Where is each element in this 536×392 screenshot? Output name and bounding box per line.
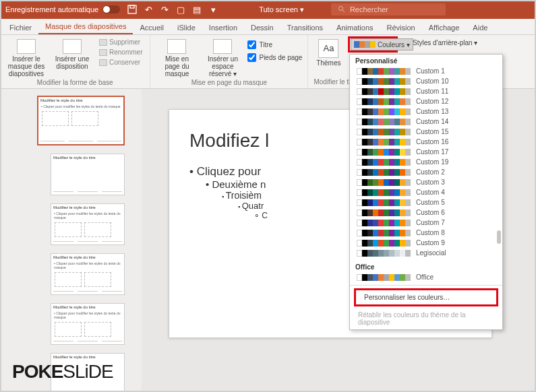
color-theme-label: Custom 6 (416, 209, 445, 216)
reset-theme-colors-button: Rétablir les couleurs du thème de la dia… (350, 308, 502, 329)
color-theme-custom-13[interactable]: Custom 13 (350, 106, 502, 117)
color-theme-custom-7[interactable]: Custom 7 (350, 218, 502, 228)
svg-line-3 (343, 10, 345, 12)
colors-dropdown-button[interactable]: Couleurs ▾ (351, 38, 413, 51)
search-box[interactable]: Rechercher (331, 3, 446, 15)
delete-label: Supprimer (109, 38, 140, 46)
rename-icon (99, 49, 107, 56)
color-theme-custom-17[interactable]: Custom 17 (350, 147, 502, 157)
color-theme-custom-1[interactable]: Custom 1 (350, 66, 502, 76)
autosave-toggle[interactable] (102, 5, 120, 13)
tab-animations[interactable]: Animations (330, 21, 380, 34)
autosave-label: Enregistrement automatique (5, 5, 98, 13)
color-theme-office[interactable]: Office (350, 272, 502, 282)
color-theme-label: Office (416, 273, 434, 281)
slide-thumbnails-panel: Modifiez le style du titre• Cliquez pour… (0, 89, 142, 392)
svg-rect-0 (128, 5, 136, 13)
master-layout-icon (167, 39, 186, 54)
color-theme-label: Custom 15 (416, 128, 448, 135)
tab-insertion[interactable]: Insertion (202, 21, 244, 34)
ribbon-tabs: FichierMasque des diapositivesAccueiliSl… (0, 19, 536, 35)
themes-label: Thèmes (316, 59, 340, 67)
tab-islide[interactable]: iSlide (171, 21, 202, 34)
layout-thumbnail[interactable]: Modifiez le style du titre• Cliquez pour… (51, 253, 125, 295)
tab-aide[interactable]: Aide (466, 21, 494, 34)
dropdown-section-custom: Personnalisé (350, 55, 502, 66)
colors-dropdown-menu: Personnalisé Custom 1Custom 10Custom 11C… (349, 54, 503, 330)
tab-masque-des-diapositives[interactable]: Masque des diapositives (38, 20, 133, 34)
color-theme-custom-4[interactable]: Custom 4 (350, 187, 502, 197)
rename-button[interactable]: Renommer (97, 48, 144, 57)
themes-button[interactable]: Aa Thèmes (314, 38, 343, 68)
undo-icon[interactable]: ↶ (143, 4, 154, 15)
preserve-icon (99, 59, 107, 66)
layout-thumbnail[interactable]: Modifiez le style du titre• Cliquez pour… (51, 203, 125, 245)
color-theme-custom-14[interactable]: Custom 14 (350, 117, 502, 127)
color-theme-custom-2[interactable]: Custom 2 (350, 167, 502, 177)
color-theme-label: Custom 19 (416, 158, 448, 166)
insert-placeholder-label: Insérer un espace réservé ▾ (203, 55, 242, 77)
color-theme-custom-19[interactable]: Custom 19 (350, 157, 502, 167)
qat-more-icon[interactable]: ▾ (208, 4, 218, 15)
svg-rect-1 (130, 5, 134, 8)
save-icon[interactable] (127, 4, 138, 15)
customize-colors-button[interactable]: Personnaliser les couleurs… (356, 290, 496, 304)
annotation-highlight-customize: Personnaliser les couleurs… (354, 288, 498, 306)
color-theme-custom-8[interactable]: Custom 8 (350, 228, 502, 238)
master-layout-button[interactable]: Mise en page du masque (156, 38, 198, 79)
insert-layout-label: Insérer une disposition (53, 55, 92, 70)
color-theme-custom-15[interactable]: Custom 15 (350, 127, 502, 137)
tab-transitions[interactable]: Transitions (280, 21, 330, 34)
dropdown-scrollbar[interactable] (497, 230, 501, 244)
title-checkbox-label: Titre (259, 41, 272, 48)
insert-placeholder-button[interactable]: Insérer un espace réservé ▾ (202, 38, 243, 79)
tab-dessin[interactable]: Dessin (244, 21, 280, 34)
layout-thumbnail[interactable]: Modifiez le style du titre• Cliquez pour… (51, 303, 125, 345)
color-theme-custom-9[interactable]: Custom 9 (350, 238, 502, 248)
title-checkbox-input[interactable] (247, 40, 256, 49)
insert-layout-button[interactable]: Insérer une disposition (51, 38, 93, 71)
color-theme-legisocial[interactable]: Legisocial (350, 248, 502, 258)
color-theme-custom-5[interactable]: Custom 5 (350, 197, 502, 207)
color-theme-label: Custom 7 (416, 219, 445, 226)
color-theme-label: Custom 5 (416, 199, 445, 206)
title-checkbox[interactable]: Titre (247, 40, 302, 49)
document-title[interactable]: Tuto screen ▾ (259, 5, 304, 14)
tab-fichier[interactable]: Fichier (3, 21, 38, 34)
preserve-button[interactable]: Conserver (97, 58, 144, 67)
color-theme-label: Custom 3 (416, 178, 445, 186)
present-icon[interactable]: ▢ (175, 4, 186, 15)
normal-view-icon[interactable]: ▤ (191, 4, 202, 15)
color-theme-custom-6[interactable]: Custom 6 (350, 207, 502, 218)
background-styles-button[interactable]: ◧ Styles d'arrière-plan ▾ (405, 39, 477, 46)
rename-label: Renommer (109, 48, 142, 56)
color-theme-office-row: Office (350, 272, 502, 282)
color-theme-custom-12[interactable]: Custom 12 (350, 96, 502, 106)
layout-icon (63, 39, 82, 54)
delete-button[interactable]: Supprimer (97, 38, 144, 46)
layout-thumbnail[interactable]: Modifiez le style du titre (51, 154, 125, 195)
color-theme-label: Custom 13 (416, 108, 448, 115)
redo-icon[interactable]: ↷ (159, 4, 170, 15)
tab-r-vision[interactable]: Révision (380, 21, 422, 34)
footer-checkbox-input[interactable] (247, 53, 256, 62)
color-theme-custom-10[interactable]: Custom 10 (350, 76, 502, 86)
color-theme-list: Custom 1Custom 10Custom 11Custom 12Custo… (350, 66, 502, 258)
color-theme-custom-11[interactable]: Custom 11 (350, 86, 502, 96)
insert-slide-master-button[interactable]: Insérer le masque des diapositives (5, 38, 47, 79)
footer-checkbox[interactable]: Pieds de page (247, 53, 302, 62)
tab-affichage[interactable]: Affichage (422, 21, 467, 34)
color-theme-custom-16[interactable]: Custom 16 (350, 137, 502, 147)
themes-icon: Aa (318, 39, 338, 58)
group-label-master-layout: Mise en page du masque (156, 79, 302, 88)
search-icon (338, 5, 346, 13)
tab-accueil[interactable]: Accueil (133, 21, 170, 34)
slide-master-icon (17, 39, 36, 54)
color-theme-label: Custom 2 (416, 168, 445, 176)
color-theme-label: Custom 8 (416, 229, 445, 236)
master-thumbnail[interactable]: Modifiez le style du titre• Cliquez pour… (37, 96, 125, 145)
master-layout-label: Mise en page du masque (157, 55, 196, 77)
colors-icon (354, 41, 376, 48)
color-theme-custom-3[interactable]: Custom 3 (350, 177, 502, 187)
watermark-logo: POKESLiDE (12, 361, 113, 383)
